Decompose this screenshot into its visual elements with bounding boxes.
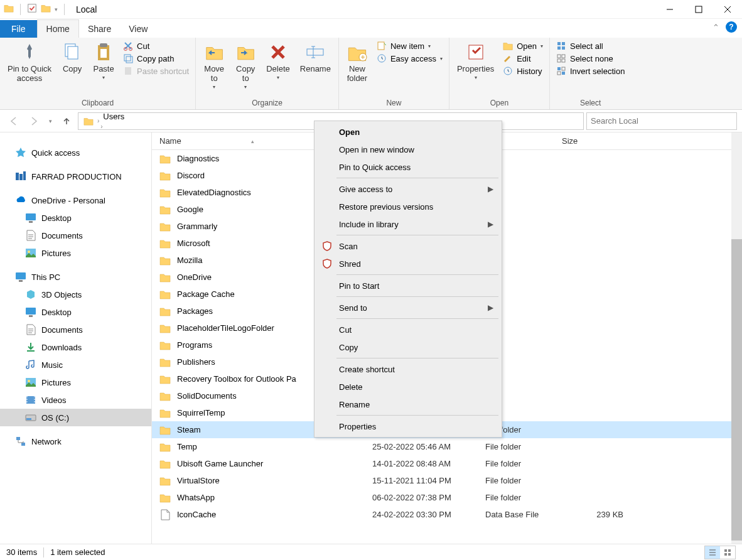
file-type: File folder (485, 459, 579, 468)
file-type: File folder (485, 442, 579, 451)
ribbon: Pin to Quick access Copy Paste ▾ Cut Cop… (0, 38, 742, 110)
sidebar-downloads[interactable]: Downloads (0, 338, 151, 356)
history-button[interactable]: History (500, 65, 546, 77)
scrollbar[interactable] (731, 132, 742, 544)
new-item-button[interactable]: New item ▾ (374, 40, 445, 51)
table-row[interactable]: VirtualStore15-11-2021 11:04 PMFile fold… (152, 472, 742, 489)
cm-open[interactable]: Open (316, 123, 500, 141)
table-row[interactable]: IconCache24-02-2022 03:30 PMData Base Fi… (152, 506, 742, 523)
back-button[interactable] (5, 112, 23, 130)
cm-copy[interactable]: Copy (316, 338, 500, 356)
sidebar-od-documents[interactable]: Documents (0, 227, 151, 244)
svg-rect-30 (557, 67, 561, 70)
breadcrumb[interactable]: Users (100, 112, 137, 121)
rename-button[interactable]: Rename (296, 40, 335, 75)
minimize-button[interactable] (655, 0, 684, 19)
svg-rect-23 (562, 42, 565, 45)
sidebar-documents[interactable]: Documents (0, 321, 151, 338)
item-count: 30 items (6, 547, 37, 557)
folder-icon (159, 407, 171, 419)
cm-shred[interactable]: Shred (316, 255, 500, 272)
window-title: Local (71, 4, 97, 14)
help-icon[interactable]: ? (726, 21, 737, 33)
svg-rect-14 (126, 57, 132, 63)
table-row[interactable]: Ubisoft Game Launcher14-01-2022 08:48 AM… (152, 455, 742, 472)
svg-rect-29 (562, 59, 565, 62)
open-button[interactable]: Open ▾ (500, 40, 546, 51)
properties-button[interactable]: Properties▾ (453, 40, 498, 82)
sidebar-network[interactable]: Network (0, 433, 151, 450)
sidebar-os-c[interactable]: OS (C:) (0, 409, 151, 426)
cm-open-new[interactable]: Open in new window (316, 141, 500, 158)
sidebar-onedrive[interactable]: OneDrive - Personal (0, 191, 151, 209)
sidebar-videos[interactable]: Videos (0, 391, 151, 409)
sidebar-3d[interactable]: 3D Objects (0, 286, 151, 303)
svg-rect-9 (100, 43, 107, 47)
cm-delete[interactable]: Delete (316, 378, 500, 396)
cm-send-to[interactable]: Send to▶ (316, 299, 500, 316)
details-view-button[interactable] (705, 546, 720, 559)
edit-button[interactable]: Edit (500, 53, 546, 64)
table-row[interactable]: Temp25-02-2022 05:46 AMFile folder (152, 438, 742, 455)
sidebar-od-pictures[interactable]: Pictures (0, 244, 151, 262)
svg-rect-7 (68, 46, 78, 59)
tab-share[interactable]: Share (79, 20, 120, 38)
close-button[interactable] (713, 0, 742, 19)
cm-cut[interactable]: Cut (316, 321, 500, 338)
sidebar-farrad[interactable]: FARRAD PRODUCTION (0, 168, 151, 185)
move-to-button[interactable]: Move to▾ (200, 40, 229, 91)
invert-selection-button[interactable]: Invert selection (554, 65, 627, 77)
sidebar-desktop[interactable]: Desktop (0, 303, 151, 321)
pin-to-quick-access-button[interactable]: Pin to Quick access (4, 40, 55, 84)
tab-home[interactable]: Home (37, 19, 79, 38)
sidebar-this-pc[interactable]: This PC (0, 268, 151, 286)
file-type: File folder (485, 493, 579, 502)
copy-button[interactable]: Copy (58, 40, 87, 75)
cm-properties[interactable]: Properties (316, 417, 500, 435)
folder-icon (159, 458, 171, 470)
table-row[interactable]: WhatsApp06-02-2022 07:38 PMFile folder (152, 489, 742, 506)
cm-pin-start[interactable]: Pin to Start (316, 277, 500, 294)
copy-to-button[interactable]: Copy to▾ (231, 40, 260, 91)
svg-rect-13 (124, 55, 131, 61)
tab-file[interactable]: File (0, 20, 37, 38)
cm-scan[interactable]: Scan (316, 237, 500, 255)
cm-pin-quick[interactable]: Pin to Quick access (316, 158, 500, 176)
folder-icon (159, 272, 171, 283)
cut-button[interactable]: Cut (121, 40, 191, 51)
delete-button[interactable]: Delete▾ (262, 40, 294, 82)
sidebar-music[interactable]: Music (0, 356, 151, 374)
chevron-up-icon[interactable]: ⌃ (712, 23, 719, 32)
sidebar-quick-access[interactable]: Quick access (0, 144, 151, 161)
checkbox-icon[interactable] (27, 3, 37, 15)
file-date: 25-02-2022 05:46 AM (372, 442, 485, 451)
paste-shortcut-button[interactable]: Paste shortcut (121, 65, 191, 77)
search-input[interactable]: Search Local (586, 112, 737, 130)
folder-icon (159, 289, 171, 300)
cm-restore[interactable]: Restore previous versions (316, 198, 500, 215)
up-button[interactable] (58, 112, 75, 130)
svg-rect-39 (26, 418, 31, 420)
cm-give-access[interactable]: Give access to▶ (316, 180, 500, 198)
new-folder-button[interactable]: New folder (343, 40, 372, 84)
sidebar-od-desktop[interactable]: Desktop (0, 209, 151, 227)
menu-tabs: File Home Share View ⌃ ? (0, 19, 742, 38)
easy-access-button[interactable]: Easy access ▾ (374, 53, 445, 64)
maximize-button[interactable] (684, 0, 713, 19)
recent-dropdown[interactable]: ▾ (45, 112, 55, 130)
dropdown-icon[interactable]: ▾ (55, 6, 58, 13)
forward-button[interactable] (25, 112, 43, 130)
svg-rect-37 (26, 396, 35, 404)
folder-icon (4, 3, 14, 15)
copy-path-button[interactable]: Copy path (121, 53, 191, 64)
tab-view[interactable]: View (120, 20, 156, 38)
sidebar-pictures[interactable]: Pictures (0, 374, 151, 391)
paste-button[interactable]: Paste ▾ (89, 40, 118, 82)
icons-view-button[interactable] (720, 546, 735, 559)
select-none-button[interactable]: Select none (554, 53, 627, 64)
cm-create-shortcut[interactable]: Create shortcut (316, 360, 500, 378)
cm-include[interactable]: Include in library▶ (316, 215, 500, 233)
select-all-button[interactable]: Select all (554, 40, 627, 51)
scroll-thumb[interactable] (731, 239, 742, 541)
cm-rename[interactable]: Rename (316, 396, 500, 413)
